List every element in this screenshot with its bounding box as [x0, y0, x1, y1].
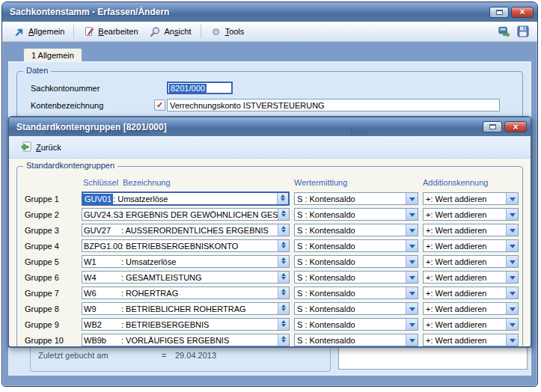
dropdown-button[interactable] — [406, 209, 418, 220]
additionskennung-dropdown[interactable]: +: Wert addieren — [423, 255, 519, 268]
wertermittlung-dropdown[interactable]: S : Kontensaldo — [294, 302, 418, 315]
back-button[interactable]: Zurück — [16, 140, 66, 155]
group-row: Gruppe 2 GUV24.S3 : ERGEBNIS DER GEWÖHNL… — [25, 207, 516, 221]
menu-item-ansicht[interactable]: Ansicht — [144, 24, 197, 39]
spinner-button[interactable] — [278, 303, 289, 314]
schluessel-bezeichnung-field[interactable]: GUV24.S3 : ERGEBNIS DER GEWÖHNLICHEN GES — [82, 208, 290, 221]
additionskennung-dropdown[interactable]: +: Wert addieren — [423, 318, 519, 331]
dropdown-button[interactable] — [406, 272, 418, 283]
chevron-down-icon — [409, 339, 415, 346]
wertermittlung-dropdown[interactable]: S : Kontensaldo — [294, 239, 418, 252]
dropdown-button[interactable] — [506, 334, 518, 346]
spinner-down-icon — [281, 245, 286, 251]
modal-close-button[interactable]: × — [504, 121, 527, 132]
schluessel-bezeichnung-field[interactable]: WB9b : VORLÄUFIGES ERGEBNIS — [82, 334, 290, 346]
wertermittlung-dropdown[interactable]: S : Kontensaldo — [294, 287, 418, 299]
bezeichnung-value: : AUSSERORDENTLICHES ERGEBNIS — [121, 226, 278, 235]
additionskennung-dropdown[interactable]: +: Wert addieren — [423, 192, 519, 205]
dropdown-button[interactable] — [406, 319, 418, 330]
save-icon[interactable] — [517, 25, 529, 37]
schluessel-bezeichnung-field[interactable]: W6 : ROHERTRAG — [82, 287, 290, 299]
modal-body: Standardkontengruppen Schlüssel Bezeichn… — [9, 159, 531, 348]
schluessel-bezeichnung-field[interactable]: GUV27 : AUSSERORDENTLICHES ERGEBNIS — [82, 224, 290, 236]
dropdown-button[interactable] — [406, 334, 418, 346]
spinner-button[interactable] — [278, 224, 289, 236]
menu-item-bearbeiten[interactable]: Bearbeiten — [78, 24, 143, 39]
additionskennung-value: +: Wert addieren — [426, 336, 486, 345]
additionskennung-dropdown[interactable]: +: Wert addieren — [423, 224, 519, 236]
dropdown-button[interactable] — [506, 224, 518, 236]
wertermittlung-dropdown[interactable]: S : Kontensaldo — [294, 224, 418, 236]
dropdown-button[interactable] — [406, 256, 418, 267]
schluessel-bezeichnung-field[interactable]: W1 : Umsatzerlöse — [82, 255, 290, 268]
sachkontonummer-input[interactable]: 8201/000 — [167, 82, 233, 94]
schluessel-bezeichnung-field[interactable]: BZPG1.00 : BETRIEBSERGEBNISKONTO — [82, 239, 290, 252]
zuletzt-gebucht-label: Zuletzt gebucht am — [38, 351, 162, 360]
group-row: Gruppe 7 W6 : ROHERTRAG S : Kontensaldo … — [25, 286, 516, 300]
wertermittlung-dropdown[interactable]: S : Kontensaldo — [294, 255, 418, 268]
spinner-down-icon — [281, 340, 286, 345]
additionskennung-dropdown[interactable]: +: Wert addieren — [423, 239, 519, 252]
wertermittlung-dropdown[interactable]: S : Kontensaldo — [294, 334, 418, 346]
export-icon[interactable] — [498, 25, 510, 37]
red-check-button[interactable]: ✓ — [154, 99, 165, 111]
menu-item-tools[interactable]: ⚙ Tools — [205, 24, 250, 39]
schluessel-bezeichnung-field[interactable]: W4 : GESAMTLEISTUNG — [82, 271, 290, 284]
dropdown-button[interactable] — [506, 209, 518, 220]
spinner-button[interactable] — [278, 272, 289, 283]
dropdown-button[interactable] — [406, 303, 418, 314]
column-headers: Schlüssel Bezeichnung Wertermittlung Add… — [25, 177, 516, 188]
schluessel-bezeichnung-field[interactable]: W9 : BETRIEBLICHER ROHERTRAG — [82, 302, 290, 315]
modal-restore-button[interactable] — [483, 121, 502, 132]
chevron-down-icon — [510, 229, 516, 236]
additionskennung-dropdown[interactable]: +: Wert addieren — [423, 208, 519, 221]
additionskennung-dropdown[interactable]: +: Wert addieren — [423, 287, 519, 299]
dropdown-button[interactable] — [506, 303, 518, 314]
spinner-button[interactable] — [277, 193, 288, 204]
dropdown-button[interactable] — [506, 256, 518, 267]
dropdown-button[interactable] — [506, 240, 518, 251]
schluessel-bezeichnung-field[interactable]: GUV01 : Umsatzerlöse — [82, 192, 290, 206]
dropdown-button[interactable] — [506, 287, 518, 298]
tab-row: 1 Allgemein — [8, 46, 531, 61]
additionskennung-value: +: Wert addieren — [426, 242, 486, 251]
additionskennung-value: +: Wert addieren — [426, 289, 486, 298]
schluessel-bezeichnung-field[interactable]: WB2 : BETRIEBSERGEBNIS — [82, 318, 290, 331]
spinner-button[interactable] — [278, 240, 289, 251]
wertermittlung-dropdown[interactable]: S : Kontensaldo — [294, 192, 418, 205]
kontenbezeichnung-input[interactable]: Verrechnungskonto ISTVERSTEUERUNG — [167, 99, 500, 111]
menu-item-allgemein[interactable]: Allgemein — [8, 24, 70, 39]
spinner-button[interactable] — [278, 319, 289, 330]
close-button[interactable]: × — [511, 7, 534, 18]
modal-titlebar[interactable]: Standardkontengruppen [8201/000] × — [9, 117, 531, 136]
column-header-wertermittlung: Wertermittlung — [294, 178, 418, 187]
main-titlebar[interactable]: Sachkontenstamm - Erfassen/Ändern × — [2, 2, 537, 22]
spinner-button[interactable] — [278, 209, 289, 220]
chevron-down-icon — [510, 245, 516, 251]
spinner-button[interactable] — [278, 256, 289, 267]
restore-button[interactable] — [489, 7, 509, 18]
dropdown-button[interactable] — [506, 272, 518, 283]
dropdown-button[interactable] — [506, 193, 518, 204]
wertermittlung-dropdown[interactable]: S : Kontensaldo — [294, 208, 418, 221]
standardkontengruppen-groupbox: Standardkontengruppen Schlüssel Bezeichn… — [16, 166, 523, 348]
kontenbezeichnung-value: Verrechnungskonto ISTVERSTEUERUNG — [170, 101, 325, 110]
additionskennung-dropdown[interactable]: +: Wert addieren — [423, 271, 519, 284]
dropdown-button[interactable] — [406, 193, 418, 204]
group-row-label: Gruppe 9 — [25, 320, 77, 329]
spinner-button[interactable] — [278, 334, 289, 346]
bezeichnung-value: : GESAMTLEISTUNG — [121, 273, 278, 282]
dropdown-button[interactable] — [406, 224, 418, 236]
wertermittlung-dropdown[interactable]: S : Kontensaldo — [294, 318, 418, 331]
wertermittlung-dropdown[interactable]: S : Kontensaldo — [294, 271, 418, 284]
chevron-down-icon — [510, 307, 516, 314]
dropdown-button[interactable] — [406, 240, 418, 251]
bezeichnung-value: : BETRIEBLICHER ROHERTRAG — [121, 304, 278, 313]
tab-allgemein[interactable]: 1 Allgemein — [23, 48, 82, 61]
additionskennung-dropdown[interactable]: +: Wert addieren — [423, 302, 519, 315]
dropdown-button[interactable] — [406, 287, 418, 298]
spinner-button[interactable] — [278, 287, 289, 298]
additionskennung-dropdown[interactable]: +: Wert addieren — [423, 334, 519, 346]
dropdown-button[interactable] — [506, 319, 518, 330]
schluessel-value: WB9b — [82, 335, 121, 346]
